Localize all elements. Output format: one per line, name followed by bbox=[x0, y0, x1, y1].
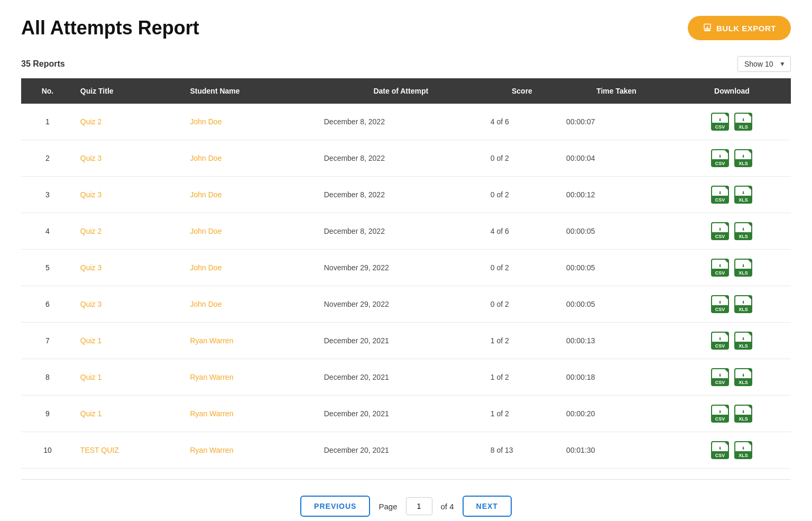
table-row: 2Quiz 3John DoeDecember 8, 20220 of 200:… bbox=[21, 140, 791, 177]
cell-time-taken: 00:00:13 bbox=[560, 323, 673, 359]
csv-download-icon[interactable]: CSV ⬇ bbox=[710, 368, 730, 387]
student-link[interactable]: Ryan Warren bbox=[190, 336, 233, 345]
student-link[interactable]: John Doe bbox=[190, 300, 222, 308]
csv-download-icon[interactable]: CSV ⬇ bbox=[710, 112, 730, 131]
bulk-export-label: BULK EXPORT bbox=[716, 24, 776, 33]
cell-quiz-title[interactable]: Quiz 1 bbox=[74, 323, 184, 359]
page-input[interactable] bbox=[406, 497, 432, 515]
attempts-table: No. Quiz Title Student Name Date of Atte… bbox=[21, 78, 791, 469]
csv-download-icon[interactable]: CSV ⬇ bbox=[710, 404, 730, 423]
cell-student-name[interactable]: Ryan Warren bbox=[183, 323, 317, 359]
student-link[interactable]: John Doe bbox=[190, 154, 222, 162]
quiz-link[interactable]: Quiz 3 bbox=[80, 154, 102, 162]
previous-button[interactable]: PREVIOUS bbox=[300, 496, 370, 517]
student-link[interactable]: John Doe bbox=[190, 263, 222, 272]
header-no: No. bbox=[21, 78, 74, 104]
csv-download-icon[interactable]: CSV ⬇ bbox=[710, 149, 730, 168]
download-buttons: CSV ⬇ XLS ⬇ bbox=[679, 258, 785, 277]
svg-text:CSV: CSV bbox=[715, 124, 725, 130]
cell-no: 8 bbox=[21, 359, 74, 396]
cell-date: December 20, 2021 bbox=[318, 323, 484, 359]
sub-header: 35 Reports Show 10 Show 5 Show 25 Show 5… bbox=[21, 56, 791, 72]
table-row: 10TEST QUIZRyan WarrenDecember 20, 20218… bbox=[21, 432, 791, 469]
header-quiz-title: Quiz Title bbox=[74, 78, 184, 104]
csv-download-icon[interactable]: CSV ⬇ bbox=[710, 295, 730, 314]
cell-quiz-title[interactable]: Quiz 1 bbox=[74, 359, 184, 396]
cell-quiz-title[interactable]: Quiz 1 bbox=[74, 396, 184, 432]
quiz-link[interactable]: Quiz 1 bbox=[80, 409, 102, 418]
xls-download-icon[interactable]: XLS ⬇ bbox=[734, 112, 753, 131]
csv-download-icon[interactable]: CSV ⬇ bbox=[710, 441, 730, 460]
csv-download-icon[interactable]: CSV ⬇ bbox=[710, 258, 730, 277]
student-link[interactable]: John Doe bbox=[190, 117, 222, 126]
cell-quiz-title[interactable]: Quiz 2 bbox=[74, 104, 184, 140]
svg-text:⬇: ⬇ bbox=[718, 446, 722, 450]
xls-download-icon[interactable]: XLS ⬇ bbox=[734, 331, 753, 350]
show-select[interactable]: Show 10 Show 5 Show 25 Show 50 bbox=[737, 56, 791, 72]
cell-quiz-title[interactable]: Quiz 2 bbox=[74, 213, 184, 250]
header-student-name: Student Name bbox=[183, 78, 317, 104]
quiz-link[interactable]: Quiz 3 bbox=[80, 300, 102, 308]
svg-text:CSV: CSV bbox=[715, 453, 725, 458]
cell-no: 4 bbox=[21, 213, 74, 250]
xls-download-icon[interactable]: XLS ⬇ bbox=[734, 149, 753, 168]
cell-time-taken: 00:00:12 bbox=[560, 177, 673, 213]
cell-date: November 29, 2022 bbox=[318, 250, 484, 286]
cell-quiz-title[interactable]: Quiz 3 bbox=[74, 250, 184, 286]
table-row: 9Quiz 1Ryan WarrenDecember 20, 20211 of … bbox=[21, 396, 791, 432]
quiz-link[interactable]: TEST QUIZ bbox=[80, 446, 119, 454]
cell-quiz-title[interactable]: Quiz 3 bbox=[74, 177, 184, 213]
cell-student-name[interactable]: Ryan Warren bbox=[183, 396, 317, 432]
table-row: 6Quiz 3John DoeNovember 29, 20220 of 200… bbox=[21, 286, 791, 323]
xls-download-icon[interactable]: XLS ⬇ bbox=[734, 222, 753, 241]
xls-download-icon[interactable]: XLS ⬇ bbox=[734, 368, 753, 387]
svg-text:XLS: XLS bbox=[739, 453, 749, 458]
xls-download-icon[interactable]: XLS ⬇ bbox=[734, 185, 753, 204]
quiz-link[interactable]: Quiz 3 bbox=[80, 190, 102, 199]
table-row: 4Quiz 2John DoeDecember 8, 20224 of 600:… bbox=[21, 213, 791, 250]
quiz-link[interactable]: Quiz 1 bbox=[80, 336, 102, 345]
cell-student-name[interactable]: John Doe bbox=[183, 177, 317, 213]
cell-no: 7 bbox=[21, 323, 74, 359]
svg-text:XLS: XLS bbox=[739, 197, 749, 203]
quiz-link[interactable]: Quiz 1 bbox=[80, 373, 102, 381]
cell-quiz-title[interactable]: Quiz 3 bbox=[74, 286, 184, 323]
cell-quiz-title[interactable]: Quiz 3 bbox=[74, 140, 184, 177]
xls-download-icon[interactable]: XLS ⬇ bbox=[734, 441, 753, 460]
table-row: 7Quiz 1Ryan WarrenDecember 20, 20211 of … bbox=[21, 323, 791, 359]
xls-download-icon[interactable]: XLS ⬇ bbox=[734, 258, 753, 277]
reports-count: 35 Reports bbox=[21, 59, 65, 69]
csv-download-icon[interactable]: CSV ⬇ bbox=[710, 185, 730, 204]
page-title: All Attempts Report bbox=[21, 17, 199, 39]
bulk-export-button[interactable]: BULK EXPORT bbox=[688, 16, 791, 40]
cell-student-name[interactable]: John Doe bbox=[183, 250, 317, 286]
quiz-link[interactable]: Quiz 2 bbox=[80, 227, 102, 235]
cell-student-name[interactable]: John Doe bbox=[183, 286, 317, 323]
download-buttons: CSV ⬇ XLS ⬇ bbox=[679, 404, 785, 423]
student-link[interactable]: John Doe bbox=[190, 227, 222, 235]
cell-quiz-title[interactable]: TEST QUIZ bbox=[74, 432, 184, 469]
cell-student-name[interactable]: Ryan Warren bbox=[183, 359, 317, 396]
quiz-link[interactable]: Quiz 2 bbox=[80, 117, 102, 126]
csv-download-icon[interactable]: CSV ⬇ bbox=[710, 222, 730, 241]
csv-download-icon[interactable]: CSV ⬇ bbox=[710, 331, 730, 350]
quiz-link[interactable]: Quiz 3 bbox=[80, 263, 102, 272]
cell-date: November 29, 2022 bbox=[318, 286, 484, 323]
svg-text:CSV: CSV bbox=[715, 270, 725, 276]
student-link[interactable]: Ryan Warren bbox=[190, 446, 233, 454]
xls-download-icon[interactable]: XLS ⬇ bbox=[734, 295, 753, 314]
svg-text:⬇: ⬇ bbox=[742, 337, 745, 341]
xls-download-icon[interactable]: XLS ⬇ bbox=[734, 404, 753, 423]
cell-student-name[interactable]: John Doe bbox=[183, 213, 317, 250]
cell-student-name[interactable]: Ryan Warren bbox=[183, 432, 317, 469]
cell-time-taken: 00:01:30 bbox=[560, 432, 673, 469]
student-link[interactable]: Ryan Warren bbox=[190, 409, 233, 418]
next-button[interactable]: NEXT bbox=[463, 496, 512, 517]
svg-text:XLS: XLS bbox=[739, 270, 749, 276]
student-link[interactable]: Ryan Warren bbox=[190, 373, 233, 381]
svg-text:⬇: ⬇ bbox=[718, 373, 722, 377]
export-icon bbox=[703, 23, 712, 33]
cell-student-name[interactable]: John Doe bbox=[183, 140, 317, 177]
student-link[interactable]: John Doe bbox=[190, 190, 222, 199]
cell-student-name[interactable]: John Doe bbox=[183, 104, 317, 140]
